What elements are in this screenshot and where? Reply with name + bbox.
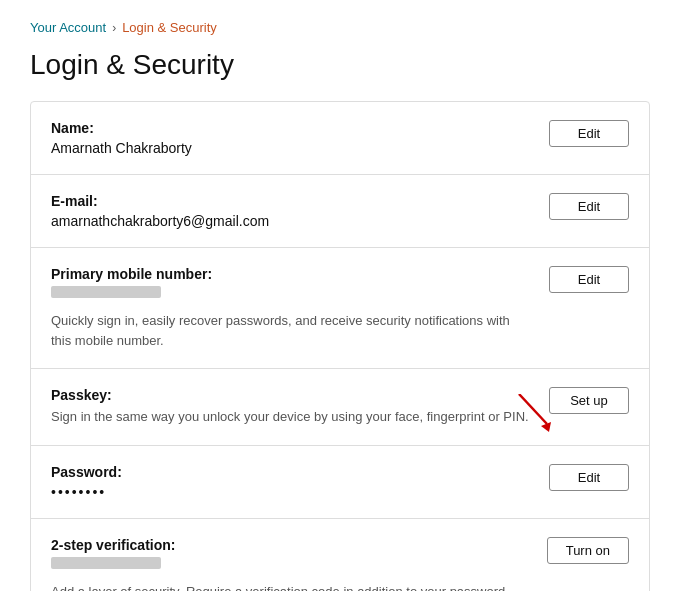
two-step-content: 2-step verification: Add a layer of secu…: [51, 537, 547, 592]
mobile-description: Quickly sign in, easily recover password…: [51, 311, 529, 350]
passkey-label: Passkey:: [51, 387, 529, 403]
email-value: amarnathchakraborty6@gmail.com: [51, 213, 529, 229]
password-row: Password: •••••••• Edit: [31, 446, 649, 519]
password-value: ••••••••: [51, 484, 529, 500]
passkey-description: Sign in the same way you unlock your dev…: [51, 407, 529, 427]
email-row: E-mail: amarnathchakraborty6@gmail.com E…: [31, 175, 649, 248]
email-content: E-mail: amarnathchakraborty6@gmail.com: [51, 193, 549, 229]
two-step-label: 2-step verification:: [51, 537, 527, 553]
breadcrumb: Your Account › Login & Security: [30, 20, 670, 35]
svg-line-0: [519, 394, 547, 424]
mobile-content: Primary mobile number: Quickly sign in, …: [51, 266, 549, 350]
passkey-setup-button[interactable]: Set up: [549, 387, 629, 414]
name-row: Name: Amarnath Chakraborty Edit: [31, 102, 649, 175]
mobile-edit-button[interactable]: Edit: [549, 266, 629, 293]
red-arrow-icon: [509, 394, 559, 434]
page-title: Login & Security: [30, 49, 670, 81]
name-label: Name:: [51, 120, 529, 136]
name-value: Amarnath Chakraborty: [51, 140, 529, 156]
security-card: Name: Amarnath Chakraborty Edit E-mail: …: [30, 101, 650, 591]
mobile-row: Primary mobile number: Quickly sign in, …: [31, 248, 649, 369]
breadcrumb-separator: ›: [112, 21, 116, 35]
password-edit-button[interactable]: Edit: [549, 464, 629, 491]
two-step-row: 2-step verification: Add a layer of secu…: [31, 519, 649, 592]
name-edit-button[interactable]: Edit: [549, 120, 629, 147]
two-step-description: Add a layer of security. Require a verif…: [51, 582, 527, 592]
mobile-placeholder: [51, 286, 161, 298]
two-step-turnon-button[interactable]: Turn on: [547, 537, 629, 564]
two-step-placeholder: [51, 557, 161, 569]
password-content: Password: ••••••••: [51, 464, 549, 500]
breadcrumb-your-account[interactable]: Your Account: [30, 20, 106, 35]
email-label: E-mail:: [51, 193, 529, 209]
mobile-label: Primary mobile number:: [51, 266, 529, 282]
email-edit-button[interactable]: Edit: [549, 193, 629, 220]
breadcrumb-current: Login & Security: [122, 20, 217, 35]
passkey-row: Passkey: Sign in the same way you unlock…: [31, 369, 649, 446]
password-label: Password:: [51, 464, 529, 480]
name-content: Name: Amarnath Chakraborty: [51, 120, 549, 156]
passkey-content: Passkey: Sign in the same way you unlock…: [51, 387, 549, 427]
